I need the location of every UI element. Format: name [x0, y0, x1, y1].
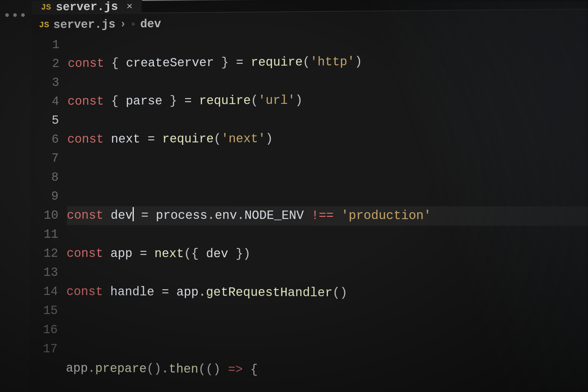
line-number: 16 — [30, 320, 58, 340]
line-number-gutter: 1 2 3 4 5 6 7 8 9 10 11 12 13 14 15 16 1… — [27, 36, 68, 392]
activity-bar: ••• — [0, 0, 31, 392]
code-line[interactable]: const { parse } = require('url') — [67, 90, 588, 111]
line-number: 8 — [31, 168, 58, 187]
code-line[interactable]: const { createServer } = require('http') — [68, 51, 588, 73]
code-line[interactable]: const next = require('next') — [67, 129, 588, 149]
js-file-icon: JS — [39, 20, 49, 30]
line-number: 5 — [31, 111, 59, 130]
line-number: 13 — [30, 263, 58, 282]
editor-main: JS server.js × JS server.js › ▫ dev 1 2 … — [29, 0, 588, 392]
chevron-right-icon: › — [120, 18, 126, 31]
line-number: 12 — [30, 244, 58, 263]
editor-body[interactable]: 1 2 3 4 5 6 7 8 9 10 11 12 13 14 15 16 1… — [27, 30, 588, 392]
code-line[interactable] — [67, 168, 588, 187]
code-line-current[interactable]: const dev = process.env.NODE_ENV !== 'pr… — [67, 206, 588, 226]
breadcrumb-symbol[interactable]: dev — [140, 17, 161, 31]
line-number: 9 — [31, 187, 58, 206]
editor-root: ••• JS server.js × JS server.js › ▫ dev … — [0, 0, 588, 392]
line-number: 15 — [30, 301, 58, 321]
line-number: 11 — [30, 225, 58, 244]
code-line[interactable] — [66, 321, 588, 343]
line-number: 14 — [30, 282, 58, 302]
line-number: 7 — [31, 149, 59, 168]
code-area[interactable]: const { createServer } = require('http')… — [64, 32, 588, 392]
line-number: 10 — [30, 206, 58, 225]
symbol-icon: ▫ — [130, 19, 136, 29]
overflow-menu-icon[interactable]: ••• — [3, 9, 27, 23]
line-number: 2 — [32, 55, 59, 74]
line-number: 17 — [29, 340, 58, 359]
line-number: 3 — [31, 74, 59, 92]
js-file-icon: JS — [41, 2, 51, 12]
breadcrumb-file[interactable]: server.js — [53, 18, 115, 31]
line-number: 1 — [32, 36, 59, 55]
tab-filename: server.js — [56, 0, 118, 14]
line-number: 4 — [31, 92, 59, 111]
code-line[interactable]: app.prepare().then(() => { — [66, 359, 588, 383]
code-line[interactable]: const handle = app.getRequestHandler() — [66, 282, 588, 304]
tab-server-js[interactable]: JS server.js × — [32, 0, 142, 14]
code-line[interactable]: const app = next({ dev }) — [66, 244, 588, 265]
line-number: 6 — [31, 130, 59, 149]
close-icon[interactable]: × — [126, 1, 133, 12]
